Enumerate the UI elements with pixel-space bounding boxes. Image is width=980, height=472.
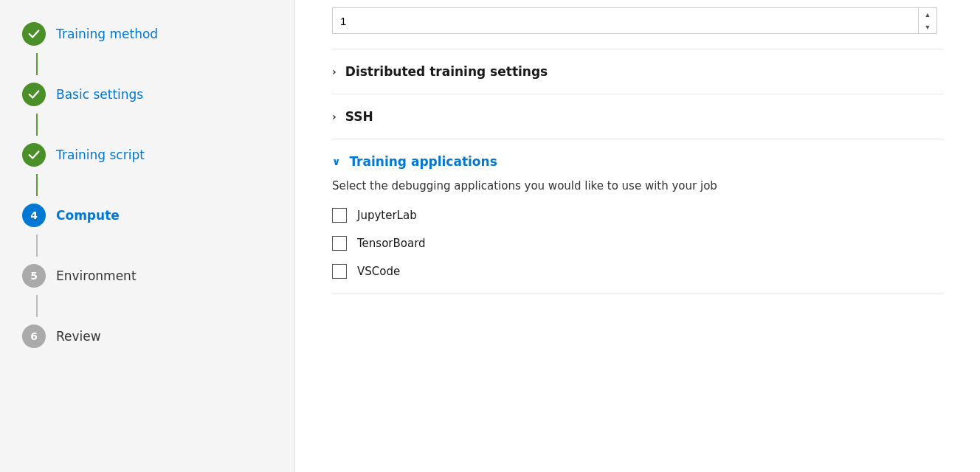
step-label-environment: Environment bbox=[56, 268, 137, 283]
connector-line-5 bbox=[36, 295, 38, 317]
sidebar-item-basic-settings[interactable]: Basic settings bbox=[22, 75, 272, 114]
main-content: ▲ ▼ › Distributed training settings › SS… bbox=[295, 0, 980, 472]
sidebar-item-training-script[interactable]: Training script bbox=[22, 136, 272, 174]
ssh-chevron: › bbox=[332, 111, 337, 122]
step-label-compute: Compute bbox=[56, 208, 120, 223]
training-applications-section: ∨ Training applications Select the debug… bbox=[332, 139, 943, 294]
tensorboard-checkbox[interactable] bbox=[332, 236, 347, 251]
ssh-title: SSH bbox=[345, 109, 373, 124]
sidebar-item-review[interactable]: 6 Review bbox=[22, 317, 272, 355]
distributed-training-header[interactable]: › Distributed training settings bbox=[332, 64, 943, 79]
sidebar: Training method Basic settings Training … bbox=[0, 0, 295, 472]
spinner-up-button[interactable]: ▲ bbox=[919, 8, 936, 21]
connector-line-1 bbox=[36, 53, 38, 75]
ssh-header[interactable]: › SSH bbox=[332, 109, 943, 124]
distributed-training-section: › Distributed training settings bbox=[332, 49, 943, 94]
training-applications-description: Select the debugging applications you wo… bbox=[332, 178, 849, 195]
tensorboard-label: TensorBoard bbox=[357, 237, 426, 250]
step-number-compute: 4 bbox=[30, 209, 38, 221]
sidebar-item-environment[interactable]: 5 Environment bbox=[22, 257, 272, 295]
connector-1 bbox=[22, 53, 52, 75]
sidebar-item-training-method[interactable]: Training method bbox=[22, 15, 272, 53]
connector-line-3 bbox=[36, 174, 38, 196]
checkbox-list: JupyterLab TensorBoard VSCode bbox=[332, 208, 943, 279]
step-label-training-script: Training script bbox=[56, 148, 145, 162]
connector-2 bbox=[22, 114, 52, 136]
vscode-label: VSCode bbox=[357, 265, 400, 278]
step-circle-compute: 4 bbox=[22, 204, 46, 227]
sidebar-item-compute[interactable]: 4 Compute bbox=[22, 196, 272, 235]
step-circle-basic-settings bbox=[22, 83, 46, 106]
step-circle-review: 6 bbox=[22, 324, 46, 348]
vscode-checkbox-item[interactable]: VSCode bbox=[332, 264, 943, 279]
ssh-section: › SSH bbox=[332, 94, 943, 139]
spinner-buttons: ▲ ▼ bbox=[918, 8, 936, 33]
training-applications-chevron: ∨ bbox=[332, 156, 340, 167]
connector-line-2 bbox=[36, 114, 38, 136]
step-label-review: Review bbox=[56, 329, 101, 344]
step-label-training-method: Training method bbox=[56, 27, 158, 41]
spinner-down-button[interactable]: ▼ bbox=[919, 21, 936, 33]
distributed-training-title: Distributed training settings bbox=[345, 64, 548, 79]
distributed-training-chevron: › bbox=[332, 66, 337, 77]
step-number-review: 6 bbox=[30, 330, 38, 342]
number-input[interactable] bbox=[333, 15, 918, 27]
connector-line-4 bbox=[36, 235, 38, 257]
training-applications-title: Training applications bbox=[349, 154, 497, 169]
number-input-container: ▲ ▼ bbox=[332, 7, 937, 34]
connector-5 bbox=[22, 295, 52, 317]
step-circle-environment: 5 bbox=[22, 264, 46, 288]
step-number-environment: 5 bbox=[30, 270, 38, 282]
training-applications-header[interactable]: ∨ Training applications bbox=[332, 154, 943, 169]
jupyterlab-checkbox[interactable] bbox=[332, 208, 347, 223]
jupyterlab-checkbox-item[interactable]: JupyterLab bbox=[332, 208, 943, 223]
vscode-checkbox[interactable] bbox=[332, 264, 347, 279]
jupyterlab-label: JupyterLab bbox=[357, 209, 417, 222]
step-circle-training-method bbox=[22, 22, 46, 46]
number-input-section: ▲ ▼ bbox=[332, 0, 943, 49]
connector-4 bbox=[22, 235, 52, 257]
tensorboard-checkbox-item[interactable]: TensorBoard bbox=[332, 236, 943, 251]
step-label-basic-settings: Basic settings bbox=[56, 87, 143, 102]
step-circle-training-script bbox=[22, 143, 46, 167]
connector-3 bbox=[22, 174, 52, 196]
